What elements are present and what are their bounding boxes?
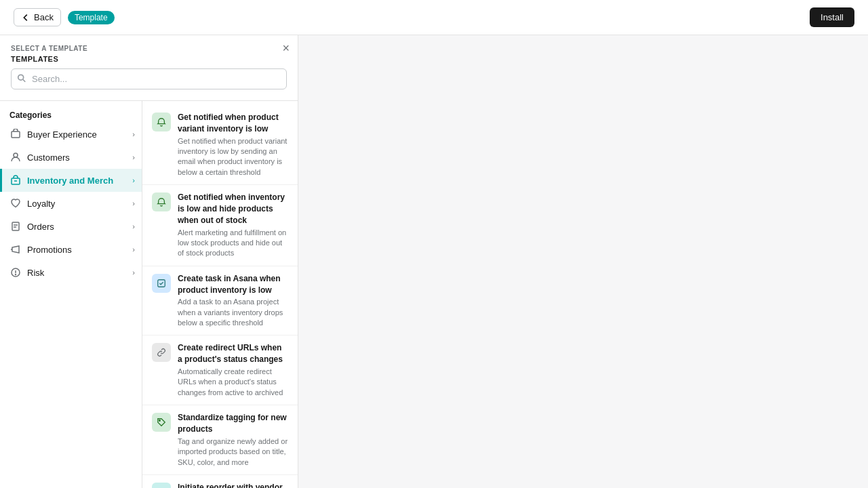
inventory-icon: [9, 174, 22, 186]
svg-rect-2: [12, 131, 20, 138]
customers-icon: [9, 151, 22, 163]
svg-rect-6: [12, 222, 19, 230]
buyer-experience-icon: [9, 128, 22, 140]
back-button[interactable]: Back: [14, 8, 61, 26]
template-badge: Template: [68, 11, 115, 24]
template-icon: [152, 113, 171, 131]
template-item[interactable]: Create task in Asana when product invent…: [142, 266, 298, 336]
top-bar-left: Back Template: [14, 8, 115, 26]
promotions-icon: [9, 243, 22, 256]
chevron-right-icon5: ›: [132, 222, 135, 230]
template-desc: Tag and organize newly added or imported…: [178, 436, 288, 468]
install-button[interactable]: Install: [810, 7, 854, 27]
template-item[interactable]: Create redirect URLs when a product's st…: [142, 336, 298, 405]
loyalty-label: Loyalty: [27, 199, 55, 209]
template-desc: Automatically create redirect URLs when …: [178, 367, 288, 398]
template-icon: [152, 343, 171, 362]
modal-body: Categories Buyer Experience ›: [0, 101, 298, 488]
template-name: Initiate reorder with vendor when invent…: [178, 482, 288, 488]
template-icon: [152, 413, 171, 432]
chevron-right-icon7: ›: [132, 268, 135, 277]
template-name: Create redirect URLs when a product's st…: [178, 342, 288, 365]
template-desc: Alert marketing and fulfillment on low s…: [178, 228, 288, 259]
customers-label: Customers: [27, 152, 70, 163]
template-text: Initiate reorder with vendor when invent…: [178, 482, 288, 488]
modal-header: SELECT A TEMPLATE × TEMPLATES: [0, 35, 298, 101]
template-item[interactable]: Initiate reorder with vendor when invent…: [142, 475, 298, 488]
inventory-label: Inventory and Merch: [27, 176, 113, 186]
svg-point-14: [159, 420, 161, 422]
template-item[interactable]: Get notified when product variant invent…: [142, 105, 298, 185]
template-text: Create task in Asana when product invent…: [178, 273, 288, 329]
template-item[interactable]: Get notified when inventory is low and h…: [142, 185, 298, 266]
template-desc: Get notified when product variant invent…: [178, 136, 288, 178]
orders-icon: [9, 220, 22, 232]
chevron-right-icon4: ›: [132, 199, 135, 207]
template-text: Standardize tagging for new products Tag…: [178, 412, 288, 468]
chevron-right-icon3: ›: [132, 176, 135, 184]
sidebar-item-customers[interactable]: Customers ›: [0, 146, 142, 169]
template-text: Get notified when product variant invent…: [178, 112, 288, 178]
templates-label: TEMPLATES: [11, 55, 287, 63]
templates-panel: Get notified when product variant invent…: [142, 101, 298, 488]
sidebar-item-promotions[interactable]: Promotions ›: [0, 238, 142, 261]
template-icon: [152, 274, 171, 293]
template-name: Standardize tagging for new products: [178, 412, 288, 435]
template-name: Get notified when inventory is low and h…: [178, 192, 288, 226]
sidebar-item-risk[interactable]: Risk ›: [0, 261, 142, 284]
template-text: Create redirect URLs when a product's st…: [178, 342, 288, 398]
sidebar-item-loyalty[interactable]: Loyalty ›: [0, 192, 142, 215]
back-label: Back: [34, 12, 54, 22]
close-button[interactable]: ×: [282, 42, 290, 54]
template-icon: [152, 483, 171, 488]
chevron-right-icon2: ›: [132, 153, 135, 161]
search-input[interactable]: [11, 68, 287, 89]
svg-point-12: [16, 274, 16, 275]
template-icon: [152, 192, 171, 211]
top-bar: Back Template Install: [0, 0, 868, 35]
svg-point-3: [14, 153, 18, 157]
risk-icon: [9, 266, 22, 279]
chevron-right-icon: ›: [132, 130, 135, 138]
categories-title: Categories: [0, 105, 142, 123]
template-text: Get notified when inventory is low and h…: [178, 192, 288, 259]
buyer-experience-label: Buyer Experience: [27, 129, 97, 140]
template-name: Get notified when product variant invent…: [178, 112, 288, 135]
sidebar-item-buyer-experience[interactable]: Buyer Experience ›: [0, 123, 142, 146]
sidebar-item-orders[interactable]: Orders ›: [0, 215, 142, 238]
right-content-area: [298, 35, 868, 488]
select-label: SELECT A TEMPLATE: [11, 45, 287, 52]
loyalty-icon: [9, 197, 22, 209]
template-name: Create task in Asana when product invent…: [178, 273, 288, 296]
sidebar-item-inventory-merch[interactable]: Inventory and Merch ›: [0, 169, 142, 192]
template-item[interactable]: Standardize tagging for new products Tag…: [142, 405, 298, 475]
template-modal: SELECT A TEMPLATE × TEMPLATES Categories: [0, 35, 298, 488]
template-desc: Add a task to an Asana project when a va…: [178, 297, 288, 328]
orders-label: Orders: [27, 222, 54, 232]
promotions-label: Promotions: [27, 245, 72, 255]
search-wrapper: [11, 68, 287, 89]
categories-panel: Categories Buyer Experience ›: [0, 101, 142, 488]
risk-label: Risk: [27, 268, 44, 278]
chevron-right-icon6: ›: [132, 245, 135, 253]
